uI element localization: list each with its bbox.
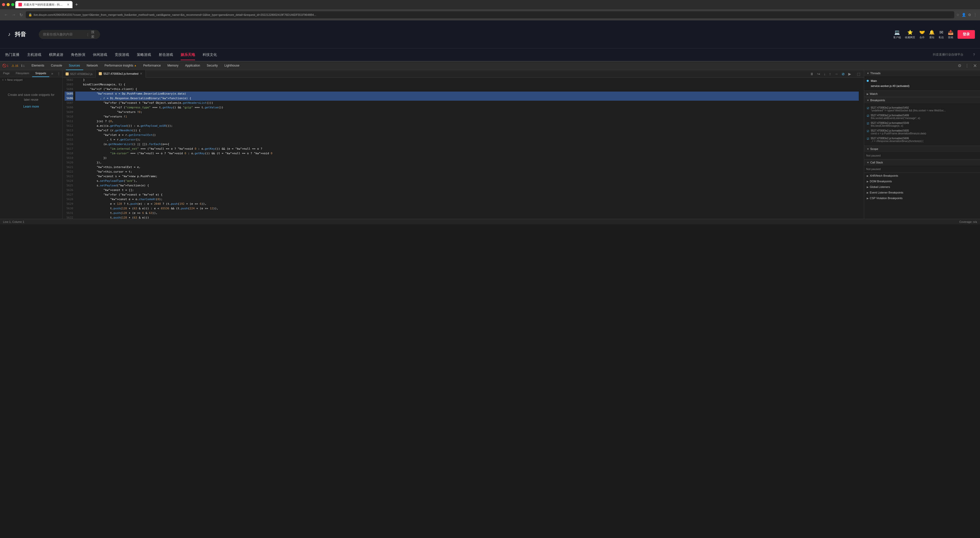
- step-button[interactable]: →: [833, 71, 839, 76]
- scope-header[interactable]: ▼ Scope: [864, 146, 980, 152]
- platform-link[interactable]: 抖音直播行业自律平台: [933, 52, 963, 57]
- tab-security[interactable]: Security: [204, 62, 221, 70]
- tab-close-button[interactable]: ✕: [67, 3, 69, 6]
- sources-tab-page[interactable]: Page: [0, 70, 13, 77]
- tab-elements[interactable]: Elements: [29, 62, 48, 70]
- breakpoint-checkbox-1[interactable]: ☑: [867, 106, 869, 110]
- watch-header[interactable]: ▶ Watch: [864, 91, 980, 97]
- breakpoints-header[interactable]: ▼ Breakpoints: [864, 97, 980, 103]
- nav-entertainment[interactable]: 娱乐天地: [181, 51, 195, 58]
- fullscreen-window-button[interactable]: [11, 3, 14, 6]
- nav-roleplay[interactable]: 角色扮演: [71, 51, 85, 58]
- breakpoint-item-3[interactable]: ☑ 5527.470083e2.js:formatted:5549 this.b…: [867, 121, 977, 128]
- header-icon-upload[interactable]: 📤 投稿: [948, 30, 953, 39]
- forward-button[interactable]: →: [11, 12, 17, 17]
- address-bar[interactable]: 🔒 live.douyin.com/429643541031?cover_typ…: [26, 11, 954, 18]
- minimize-window-button[interactable]: [6, 3, 10, 6]
- close-window-button[interactable]: [2, 3, 5, 6]
- devtools-settings-button[interactable]: ⚙: [956, 62, 963, 69]
- breakpoint-checkbox-3[interactable]: ☑: [867, 122, 869, 125]
- nav-board-games[interactable]: 棋牌桌游: [49, 51, 63, 58]
- tab-console[interactable]: Console: [48, 62, 65, 70]
- call-stack-section: ▼ Call Stack Not paused: [864, 159, 980, 173]
- global-listeners-row[interactable]: ▶ Global Listeners: [864, 184, 980, 190]
- tab-sources[interactable]: Sources: [66, 62, 83, 70]
- dom-breakpoints-row[interactable]: ▶ DOM Breakpoints: [864, 178, 980, 184]
- nav-hot-live[interactable]: 热门直播: [5, 51, 19, 58]
- call-stack-header[interactable]: ▼ Call Stack: [864, 159, 980, 165]
- thread-service-worker[interactable]: service-worker.js #0 (activated): [867, 83, 977, 89]
- sources-tab-snippets[interactable]: Snippets: [32, 70, 49, 77]
- deactivate-breakpoints-button[interactable]: ⊘: [840, 71, 846, 76]
- search-input[interactable]: [43, 32, 86, 36]
- breakpoint-checkbox-5[interactable]: ☑: [867, 137, 869, 141]
- add-snippet-button[interactable]: + + New snippet: [0, 77, 62, 83]
- breakpoint-item-2[interactable]: ☑ 5527.470083e2.js:formatted:5499 this.s…: [867, 113, 977, 121]
- breakpoint-item-5[interactable]: ☑ 5527.470083e2.js:formatted:5606 , r = …: [867, 136, 977, 144]
- active-tab[interactable]: 天霸大哥™的抖音直播间 - 抖音 × ✕: [15, 1, 73, 8]
- nav-competitive[interactable]: 竞技游戏: [115, 51, 129, 58]
- editor-tab-formatted[interactable]: 5527.470083e2.js:formatted ✕: [96, 70, 146, 78]
- tab-memory[interactable]: Memory: [164, 62, 181, 70]
- header-icon-cooperate[interactable]: 🤝 合作: [919, 30, 925, 39]
- logo-area[interactable]: ♪ 抖音: [5, 30, 26, 38]
- header-icon-bookmark[interactable]: ⭐ 收藏网页: [905, 30, 915, 39]
- profile-button[interactable]: 👤: [962, 13, 966, 17]
- sources-tab-filesystem[interactable]: Filesystem: [13, 70, 32, 77]
- right-panel: ▼ Threads Main service-worker.js #0 (act…: [864, 70, 980, 219]
- tab-performance-insights[interactable]: Performance insights ▲: [102, 62, 140, 70]
- address-text: live.douyin.com/429643541031?cover_type=…: [34, 13, 952, 16]
- bookmark-button[interactable]: ☆: [956, 13, 959, 17]
- header-icon-notification[interactable]: 🔔 通知: [929, 30, 935, 39]
- extensions-button[interactable]: ⚙: [968, 13, 971, 17]
- line-numbers: 5602560356045605560656075608560956105611…: [62, 78, 75, 219]
- search-button[interactable]: 搜索: [89, 30, 96, 39]
- customer-icon: 💻: [894, 30, 900, 35]
- nav-shooting[interactable]: 射击游戏: [159, 51, 173, 58]
- header-icon-message[interactable]: ✉ 私信: [939, 30, 944, 39]
- step-into-button[interactable]: ↓: [822, 71, 827, 76]
- threads-header[interactable]: ▼ Threads: [864, 70, 980, 76]
- info-count[interactable]: ℹ 1: [20, 63, 26, 68]
- nav-tech[interactable]: 科技文化: [203, 51, 217, 58]
- csp-violation-breakpoints-row[interactable]: ▶ CSP Violation Breakpoints: [864, 195, 980, 201]
- help-icon[interactable]: ?: [973, 53, 975, 57]
- tab-performance[interactable]: Performance: [140, 62, 164, 70]
- warning-count[interactable]: ⚠ 15: [10, 63, 19, 68]
- error-count[interactable]: 🚫 1: [1, 63, 10, 68]
- tab-application[interactable]: Application: [182, 62, 203, 70]
- breakpoint-checkbox-4[interactable]: ☑: [867, 130, 869, 133]
- back-button[interactable]: ←: [3, 12, 9, 17]
- resume-button[interactable]: ▶: [847, 71, 853, 76]
- login-button[interactable]: 登录: [958, 30, 975, 39]
- breakpoint-checkbox-2[interactable]: ☑: [867, 114, 869, 117]
- nav-strategy[interactable]: 策略游戏: [137, 51, 151, 58]
- editor-tab-close-button[interactable]: ✕: [140, 72, 142, 76]
- learn-more-link[interactable]: Learn more: [5, 104, 57, 109]
- breakpoint-item-1[interactable]: ☑ 5527.470083e2.js:formatted:5492 "undef…: [867, 105, 977, 113]
- tab-network[interactable]: Network: [84, 62, 101, 70]
- nav-console-games[interactable]: 主机游戏: [27, 51, 41, 58]
- editor-content[interactable]: 5602560356045605560656075608560956105611…: [62, 78, 864, 219]
- pause-resume-button[interactable]: ⏸: [809, 71, 815, 76]
- devtools-more-button[interactable]: ⋮: [963, 62, 970, 69]
- event-listener-breakpoints-row[interactable]: ▶ Event Listener Breakpoints: [864, 190, 980, 195]
- menu-button[interactable]: ⋮: [974, 13, 977, 17]
- xhr-breakpoints-row[interactable]: ▶ XHR/fetch Breakpoints: [864, 173, 980, 178]
- tab-lighthouse[interactable]: Lighthouse: [221, 62, 242, 70]
- nav-casual[interactable]: 休闲游戏: [93, 51, 107, 58]
- new-tab-button[interactable]: +: [73, 2, 80, 8]
- breakpoint-code-1: "undefined" != typeof WebSocket && (this…: [871, 109, 946, 112]
- xhr-label: XHR/fetch Breakpoints: [870, 174, 898, 177]
- header-icon-customer[interactable]: 💻 客户端: [893, 30, 901, 39]
- sources-tab-options[interactable]: ⋮: [55, 70, 62, 77]
- breakpoint-item-4[interactable]: ☑ 5527.470083e2.js:formatted:5605 const …: [867, 128, 977, 136]
- devtools-close-button[interactable]: ✕: [971, 62, 979, 70]
- editor-tab-minified[interactable]: 5527.470083e2.js: [62, 70, 96, 78]
- sources-tab-more[interactable]: »: [49, 70, 55, 77]
- thread-main[interactable]: Main: [867, 78, 977, 83]
- refresh-button[interactable]: ↻: [18, 12, 24, 18]
- step-out-button[interactable]: ↑: [828, 71, 832, 76]
- step-over-button[interactable]: ↪: [816, 71, 821, 76]
- expand-editor-button[interactable]: ⬚: [856, 71, 862, 76]
